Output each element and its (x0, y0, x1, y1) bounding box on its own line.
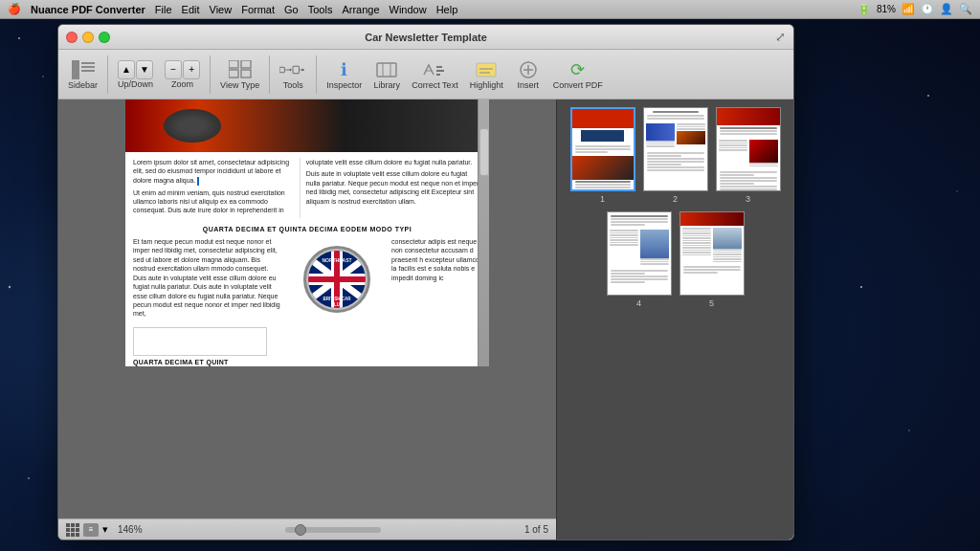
menu-tools[interactable]: Tools (308, 4, 333, 15)
svg-rect-12 (229, 60, 238, 68)
section-heading: QUARTA DECIMA ET QUINTA DECIMA EODEM MOD… (125, 225, 489, 233)
zoom-level: 146% (118, 524, 143, 535)
tn-header-1 (572, 109, 634, 128)
doc-scroll[interactable]: Lorem ipsum dolor sit amet, consectetaur… (58, 99, 556, 518)
correct-text-toolbar-btn[interactable]: Correct Text (408, 57, 461, 92)
highlight-toolbar-btn[interactable]: Highlight (466, 57, 507, 92)
thumbnail-5[interactable]: 5 (679, 211, 745, 308)
doc-scrollbar-thumb[interactable] (479, 128, 489, 176)
menu-edit[interactable]: Edit (182, 4, 200, 15)
thumb-num-3: 3 (746, 194, 750, 204)
thumbnails-panel: 1 (556, 99, 793, 540)
car-club-logo: NORTHEAST BRITISH CAR CLUB (303, 246, 370, 313)
svg-rect-29 (477, 63, 496, 77)
svg-point-6 (927, 95, 929, 97)
thumb-img-3[interactable] (716, 107, 781, 191)
up-btn[interactable]: ▲ (118, 60, 135, 79)
grid-view-icon[interactable] (66, 523, 79, 537)
view-toggle-btn[interactable]: ≡ (83, 523, 99, 537)
page-info: 1 of 5 (524, 524, 548, 535)
svg-rect-16 (279, 67, 284, 72)
updown-toolbar-btn[interactable]: ▲ ▼ Up/Down (114, 58, 157, 91)
svg-marker-18 (290, 68, 292, 71)
thumbnail-2[interactable]: 2 (643, 107, 708, 204)
apple-menu[interactable]: 🍎 (8, 3, 21, 15)
menu-arrange[interactable]: Arrange (342, 4, 379, 15)
svg-point-2 (860, 286, 862, 288)
tn-car-img-1 (572, 156, 634, 180)
svg-rect-8 (72, 60, 79, 79)
view-toggle-group: ≡ ▾ (83, 523, 110, 537)
scroll-track[interactable] (285, 527, 381, 533)
main-area: Lorem ipsum dolor sit amet, consectetaur… (58, 99, 793, 540)
svg-rect-13 (241, 60, 251, 68)
text-cursor (197, 177, 199, 186)
search-icon[interactable]: 🔍 (959, 3, 972, 15)
down-btn[interactable]: ▼ (136, 60, 153, 79)
thumbnail-4[interactable]: 4 (607, 211, 672, 308)
insert-icon (515, 59, 542, 80)
menu-format[interactable]: Format (241, 4, 275, 15)
tools-toolbar-btn[interactable]: Tools (276, 57, 310, 92)
thumb-img-2[interactable] (643, 107, 708, 191)
menu-app-name[interactable]: Nuance PDF Converter (31, 4, 145, 15)
correct-text-icon (421, 59, 448, 80)
status-center (150, 527, 517, 533)
toolbar-sep-4 (316, 55, 317, 94)
status-bar: ≡ ▾ 146% 1 of 5 (58, 518, 556, 540)
sidebar-toolbar-btn[interactable]: Sidebar (64, 57, 101, 92)
thumbnails-area[interactable]: 1 (557, 99, 793, 540)
menu-right-items: 🔋 81% 📶 🕐 👤 🔍 (858, 3, 972, 15)
window-resize-icon[interactable]: ⤢ (775, 30, 786, 44)
menu-window[interactable]: Window (390, 4, 427, 15)
grid-cell (71, 533, 75, 537)
svg-rect-19 (293, 66, 299, 74)
battery-indicator: 🔋 (858, 3, 871, 15)
sidebar-toolbar-label: Sidebar (68, 80, 98, 90)
thumb-num-4: 4 (636, 298, 641, 308)
svg-text:BRITISH CAR: BRITISH CAR (323, 297, 352, 301)
svg-rect-15 (241, 70, 251, 77)
status-left: ≡ ▾ (66, 523, 110, 537)
minimize-button[interactable] (82, 32, 94, 43)
menu-go[interactable]: Go (284, 4, 299, 15)
convert-pdf-toolbar-btn[interactable]: ⟳ Convert PDF (549, 57, 607, 92)
viewtype-toolbar-btn[interactable]: View Type (216, 57, 263, 92)
thumb-img-5[interactable] (679, 211, 745, 296)
maximize-button[interactable] (99, 32, 110, 43)
traffic-lights (66, 32, 110, 43)
view-toggle-arrow[interactable]: ▾ (100, 523, 110, 537)
thumb-img-4[interactable] (607, 211, 672, 296)
left-column: Lorem ipsum dolor sit amet, consectetaur… (133, 158, 301, 218)
menu-file[interactable]: File (155, 4, 172, 15)
thumbnail-1[interactable]: 1 (570, 107, 635, 204)
thumb-num-1: 1 (600, 194, 605, 204)
doc-scrollbar[interactable] (478, 99, 489, 366)
right-column: voluptate velit esse cillum dolore eu fu… (301, 158, 481, 218)
updown-toolbar-label: Up/Down (118, 79, 153, 89)
close-button[interactable] (66, 32, 78, 43)
svg-rect-14 (229, 70, 238, 77)
menu-view[interactable]: View (210, 4, 233, 15)
highlight-label: Highlight (470, 80, 503, 90)
correct-text-label: Correct Text (412, 80, 457, 90)
menu-help[interactable]: Help (436, 4, 458, 15)
inspector-label: Inspector (326, 80, 362, 90)
scroll-position[interactable] (295, 524, 306, 536)
text-columns: Lorem ipsum dolor sit amet, consectetaur… (125, 152, 489, 222)
inspector-toolbar-btn[interactable]: ℹ Inspector (323, 57, 366, 92)
thumbnail-3[interactable]: 3 (716, 107, 781, 204)
tools-label: Tools (283, 80, 303, 90)
user-icon: 👤 (940, 3, 953, 15)
insert-toolbar-btn[interactable]: Insert (511, 57, 546, 92)
footer-box (133, 327, 267, 356)
zoom-toolbar-btn[interactable]: − + Zoom (161, 58, 204, 91)
grid-cell (76, 533, 79, 537)
svg-point-1 (42, 76, 44, 77)
thumb-img-1[interactable] (570, 107, 635, 191)
zoom-in-btn[interactable]: + (183, 60, 200, 79)
zoom-out-btn[interactable]: − (165, 60, 182, 79)
library-toolbar-btn[interactable]: Library (369, 57, 404, 92)
battery-percent: 81% (877, 4, 896, 14)
doc-area[interactable]: Lorem ipsum dolor sit amet, consectetaur… (58, 99, 556, 540)
